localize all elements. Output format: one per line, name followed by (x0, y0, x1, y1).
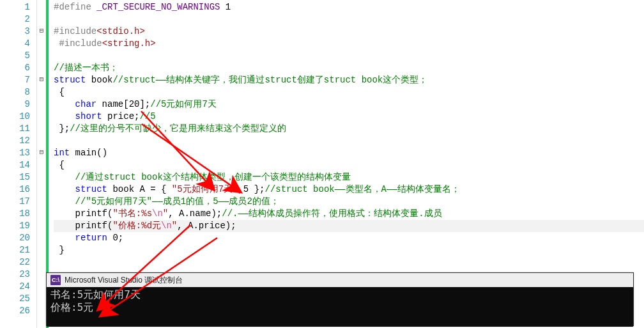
line-number-gutter: 1234567891011121314151617181920212223242… (0, 0, 37, 328)
code-line[interactable]: struct book//struct——结构体关键字，我们通过struct创建… (54, 74, 644, 86)
code-line[interactable] (54, 135, 644, 147)
line-number: 14 (0, 159, 30, 171)
line-number: 3 (0, 26, 30, 38)
line-number: 25 (0, 293, 30, 305)
line-number: 6 (0, 62, 30, 74)
code-line[interactable]: #include<string.h> (54, 38, 644, 50)
fold-margin: ⊟⊟⊟ (37, 0, 46, 328)
line-number: 7 (0, 74, 30, 86)
code-line[interactable]: //"5元如何用7天"——成员1的值，5——成员2的值； (54, 196, 644, 208)
console-line: 价格:5元 (50, 301, 629, 314)
code-line[interactable]: struct book A = { "5元如何用7天",5 };//struct… (54, 184, 644, 196)
line-number: 23 (0, 269, 30, 281)
console-output: 书名:5元如何用7天价格:5元 (47, 287, 633, 327)
console-title-text: Microsoft Visual Studio 调试控制台 (65, 275, 183, 286)
line-number: 26 (0, 305, 30, 317)
line-number: 19 (0, 220, 30, 232)
line-number: 8 (0, 86, 30, 98)
line-number: 5 (0, 50, 30, 62)
code-line[interactable]: #define _CRT_SECURE_NO_WARNINGS 1 (54, 1, 644, 13)
code-line[interactable]: int main() (54, 147, 644, 159)
line-number: 20 (0, 232, 30, 244)
line-number: 18 (0, 208, 30, 220)
code-line[interactable]: printf("书名:%s\n", A.name);//.——结构体成员操作符，… (54, 208, 644, 220)
code-line[interactable]: } (54, 244, 644, 256)
line-number: 13 (0, 147, 30, 159)
code-line[interactable]: //描述一本书； (54, 62, 644, 74)
fold-toggle[interactable]: ⊟ (37, 27, 46, 36)
line-number: 22 (0, 256, 30, 269)
code-line[interactable]: //通过struct book这个结构体类型，创建一个该类型的结构体变量 (54, 171, 644, 184)
line-number: 4 (0, 38, 30, 50)
line-number: 1 (0, 1, 30, 13)
line-number: 10 (0, 111, 30, 123)
code-line[interactable]: return 0; (54, 232, 644, 244)
debug-console-window: C:\ Microsoft Visual Studio 调试控制台 书名:5元如… (46, 272, 634, 326)
code-line[interactable]: { (54, 86, 644, 98)
line-number: 21 (0, 244, 30, 256)
code-line[interactable]: char name[20];//5元如何用7天 (54, 98, 644, 111)
line-number: 15 (0, 171, 30, 184)
vs-icon: C:\ (50, 275, 61, 285)
line-number: 2 (0, 13, 30, 26)
code-line[interactable]: { (54, 159, 644, 171)
code-line[interactable]: #include<stdio.h> (54, 26, 644, 38)
code-line[interactable] (54, 256, 644, 269)
line-number: 12 (0, 135, 30, 147)
line-number: 9 (0, 98, 30, 111)
line-number: 16 (0, 184, 30, 196)
fold-toggle[interactable]: ⊟ (37, 75, 46, 84)
code-line[interactable] (54, 50, 644, 62)
console-titlebar[interactable]: C:\ Microsoft Visual Studio 调试控制台 (47, 273, 633, 287)
code-line[interactable]: };//这里的分号不可缺少，它是用来结束这个类型定义的 (54, 123, 644, 135)
line-number: 17 (0, 196, 30, 208)
line-number: 24 (0, 281, 30, 293)
console-line: 书名:5元如何用7天 (50, 288, 629, 301)
code-line[interactable] (54, 13, 644, 26)
code-line[interactable]: printf("价格:%d元\n", A.price); (54, 220, 644, 232)
fold-toggle[interactable]: ⊟ (37, 148, 46, 157)
line-number: 11 (0, 123, 30, 135)
code-line[interactable]: short price;//5 (54, 111, 644, 123)
